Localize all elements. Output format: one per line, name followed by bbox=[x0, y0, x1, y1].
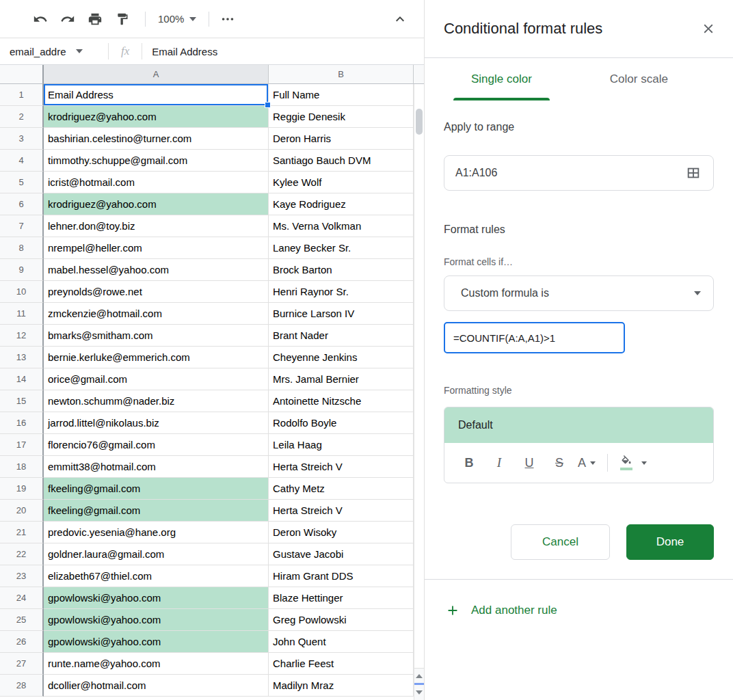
custom-formula-input[interactable]: =COUNTIF(A:A,A1)>1 bbox=[444, 322, 625, 353]
cell-B7[interactable]: Ms. Verna Volkman bbox=[269, 215, 414, 237]
cell-B10[interactable]: Henri Raynor Sr. bbox=[269, 281, 414, 303]
tab-color-scale[interactable]: Color scale bbox=[592, 58, 686, 100]
cell-B19[interactable]: Cathy Metz bbox=[269, 478, 414, 500]
italic-button[interactable]: I bbox=[488, 450, 511, 475]
row-header-7[interactable]: 7 bbox=[0, 215, 44, 237]
cell-B9[interactable]: Brock Barton bbox=[269, 259, 414, 281]
scrollbar-thumb[interactable] bbox=[416, 109, 423, 135]
bold-button[interactable]: B bbox=[457, 450, 481, 475]
cell-A17[interactable]: florencio76@gmail.com bbox=[44, 434, 269, 456]
cell-A7[interactable]: lehner.don@toy.biz bbox=[44, 215, 269, 237]
name-box[interactable]: email_addre bbox=[0, 46, 108, 57]
row-header-18[interactable]: 18 bbox=[0, 456, 44, 478]
cell-B23[interactable]: Hiram Grant DDS bbox=[269, 565, 414, 587]
row-header-14[interactable]: 14 bbox=[0, 368, 44, 390]
done-button[interactable]: Done bbox=[626, 524, 714, 560]
row-header-11[interactable]: 11 bbox=[0, 303, 44, 325]
row-header-24[interactable]: 24 bbox=[0, 587, 44, 609]
cell-A26[interactable]: gpowlowski@yahoo.com bbox=[44, 631, 269, 653]
cell-A9[interactable]: mabel.hessel@yahoo.com bbox=[44, 259, 269, 281]
cell-A15[interactable]: newton.schumm@nader.biz bbox=[44, 390, 269, 412]
fill-color-dropdown[interactable] bbox=[632, 450, 656, 475]
cell-B22[interactable]: Gustave Jacobi bbox=[269, 543, 414, 565]
cell-B28[interactable]: Madilyn Mraz bbox=[269, 675, 414, 697]
paint-format-button[interactable] bbox=[111, 8, 134, 31]
cell-B21[interactable]: Deron Wisoky bbox=[269, 522, 414, 543]
cell-B11[interactable]: Burnice Larson IV bbox=[269, 303, 414, 325]
cell-A16[interactable]: jarrod.littel@nikolaus.biz bbox=[44, 412, 269, 434]
cell-A8[interactable]: nrempel@heller.com bbox=[44, 237, 269, 259]
redo-button[interactable] bbox=[56, 8, 79, 31]
row-header-21[interactable]: 21 bbox=[0, 522, 44, 543]
add-another-rule-button[interactable]: Add another rule bbox=[425, 580, 733, 618]
tab-single-color[interactable]: Single color bbox=[453, 58, 550, 100]
cell-B8[interactable]: Laney Becker Sr. bbox=[269, 237, 414, 259]
scroll-down-button[interactable] bbox=[414, 685, 424, 700]
cell-B24[interactable]: Blaze Hettinger bbox=[269, 587, 414, 609]
cell-B15[interactable]: Antoinette Nitzsche bbox=[269, 390, 414, 412]
cell-B4[interactable]: Santiago Bauch DVM bbox=[269, 150, 414, 172]
cell-A18[interactable]: emmitt38@hotmail.com bbox=[44, 456, 269, 478]
strikethrough-button[interactable]: S bbox=[548, 450, 571, 475]
scroll-up-button[interactable] bbox=[414, 668, 424, 683]
cell-A6[interactable]: krodriguez@yahoo.com bbox=[44, 193, 269, 215]
range-input[interactable]: A1:A106 bbox=[444, 155, 714, 191]
cell-B1[interactable]: Full Name bbox=[269, 84, 414, 106]
collapse-toolbar-button[interactable] bbox=[388, 8, 412, 31]
cell-A12[interactable]: bmarks@smitham.com bbox=[44, 325, 269, 347]
formula-bar-value[interactable]: Email Address bbox=[142, 46, 217, 57]
cell-A3[interactable]: bashirian.celestino@turner.com bbox=[44, 128, 269, 150]
row-header-9[interactable]: 9 bbox=[0, 259, 44, 281]
cell-A22[interactable]: goldner.laura@gmail.com bbox=[44, 543, 269, 565]
row-header-28[interactable]: 28 bbox=[0, 675, 44, 697]
row-header-13[interactable]: 13 bbox=[0, 347, 44, 368]
cell-A28[interactable]: dcollier@hotmail.com bbox=[44, 675, 269, 697]
fill-color-button[interactable] bbox=[620, 455, 632, 470]
more-options-button[interactable] bbox=[216, 8, 239, 31]
select-data-range-button[interactable] bbox=[684, 164, 702, 182]
column-header-B[interactable]: B bbox=[269, 65, 414, 84]
cell-A27[interactable]: runte.name@yahoo.com bbox=[44, 653, 269, 675]
cell-B5[interactable]: Kylee Wolf bbox=[269, 172, 414, 193]
cell-A21[interactable]: predovic.yesenia@hane.org bbox=[44, 522, 269, 543]
cell-B17[interactable]: Leila Haag bbox=[269, 434, 414, 456]
cell-B16[interactable]: Rodolfo Boyle bbox=[269, 412, 414, 434]
vertical-scrollbar[interactable] bbox=[414, 84, 424, 700]
row-header-15[interactable]: 15 bbox=[0, 390, 44, 412]
cell-A24[interactable]: gpowlowski@yahoo.com bbox=[44, 587, 269, 609]
cell-B26[interactable]: John Quent bbox=[269, 631, 414, 653]
cell-A5[interactable]: icrist@hotmail.com bbox=[44, 172, 269, 193]
cell-B20[interactable]: Herta Streich V bbox=[269, 500, 414, 522]
text-color-button[interactable]: A bbox=[578, 456, 596, 470]
cell-A11[interactable]: zmckenzie@hotmail.com bbox=[44, 303, 269, 325]
underline-button[interactable]: U bbox=[518, 450, 541, 475]
cancel-button[interactable]: Cancel bbox=[511, 524, 610, 560]
close-panel-button[interactable] bbox=[699, 19, 718, 38]
cell-B27[interactable]: Charlie Feest bbox=[269, 653, 414, 675]
cell-B13[interactable]: Cheyenne Jenkins bbox=[269, 347, 414, 368]
cell-B3[interactable]: Deron Harris bbox=[269, 128, 414, 150]
row-header-5[interactable]: 5 bbox=[0, 172, 44, 193]
cell-A13[interactable]: bernie.kerluke@emmerich.com bbox=[44, 347, 269, 368]
row-header-16[interactable]: 16 bbox=[0, 412, 44, 434]
row-header-3[interactable]: 3 bbox=[0, 128, 44, 150]
cell-B18[interactable]: Herta Streich V bbox=[269, 456, 414, 478]
cell-A14[interactable]: orice@gmail.com bbox=[44, 368, 269, 390]
row-header-23[interactable]: 23 bbox=[0, 565, 44, 587]
cell-A19[interactable]: fkeeling@gmail.com bbox=[44, 478, 269, 500]
cell-A2[interactable]: krodriguez@yahoo.com bbox=[44, 106, 269, 128]
row-header-10[interactable]: 10 bbox=[0, 281, 44, 303]
column-header-A[interactable]: A bbox=[44, 65, 269, 84]
row-header-25[interactable]: 25 bbox=[0, 609, 44, 631]
cell-A4[interactable]: timmothy.schuppe@gmail.com bbox=[44, 150, 269, 172]
row-header-27[interactable]: 27 bbox=[0, 653, 44, 675]
row-header-20[interactable]: 20 bbox=[0, 500, 44, 522]
select-all-corner[interactable] bbox=[0, 65, 44, 84]
cell-A20[interactable]: fkeeling@gmail.com bbox=[44, 500, 269, 522]
row-header-6[interactable]: 6 bbox=[0, 193, 44, 215]
cell-A25[interactable]: gpowlowski@yahoo.com bbox=[44, 609, 269, 631]
row-header-8[interactable]: 8 bbox=[0, 237, 44, 259]
cell-B12[interactable]: Brant Nader bbox=[269, 325, 414, 347]
cell-B6[interactable]: Kaye Rodriguez bbox=[269, 193, 414, 215]
row-header-26[interactable]: 26 bbox=[0, 631, 44, 653]
